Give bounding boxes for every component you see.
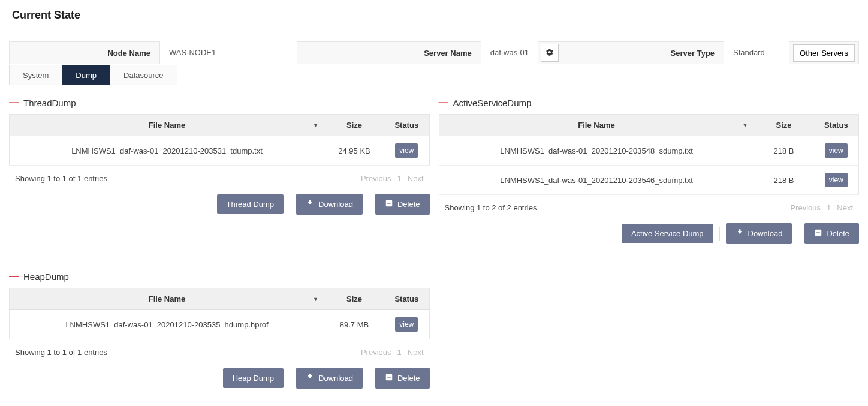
active-service-dump-table: File Name▼ Size Status LNMHSWS1_daf-was-… <box>439 114 860 195</box>
pager: Previous 1 Next <box>361 174 424 183</box>
sort-caret-icon: ▼ <box>313 122 318 128</box>
next-button[interactable]: Next <box>837 203 853 212</box>
view-button[interactable]: view <box>825 173 848 187</box>
pager: Previous 1 Next <box>790 203 853 212</box>
delete-button[interactable]: Delete <box>375 194 430 215</box>
download-icon <box>736 228 744 239</box>
tab-dump[interactable]: Dump <box>62 65 110 85</box>
page-1[interactable]: 1 <box>827 203 831 212</box>
col-size[interactable]: Size <box>754 115 814 136</box>
download-button[interactable]: Download <box>296 194 363 215</box>
gear-icon <box>545 48 554 58</box>
download-button[interactable]: Download <box>296 368 363 389</box>
collapse-icon[interactable]: — <box>9 97 19 108</box>
col-file-name[interactable]: File Name▼ <box>10 115 325 136</box>
server-name-value: daf-was-01 <box>481 41 538 64</box>
separator <box>719 227 720 241</box>
col-size[interactable]: Size <box>324 115 384 136</box>
minus-square-icon <box>385 199 393 209</box>
col-status[interactable]: Status <box>384 288 429 310</box>
page-1[interactable]: 1 <box>397 348 402 357</box>
collapse-icon[interactable]: — <box>9 271 19 282</box>
size-cell: 89.7 MB <box>324 310 384 339</box>
svg-rect-5 <box>387 377 391 377</box>
previous-button[interactable]: Previous <box>361 174 391 183</box>
file-name-cell: LNMHSWS1_daf-was-01_20201210-203535_hdum… <box>10 310 325 339</box>
sort-caret-icon: ▼ <box>313 296 318 302</box>
other-servers-button[interactable]: Other Servers <box>793 44 855 62</box>
showing-text: Showing 1 to 1 of 1 entries <box>15 174 107 183</box>
heap-dump-table: File Name▼ Size Status LNMHSWS1_daf-was-… <box>9 288 430 339</box>
showing-text: Showing 1 to 2 of 2 entries <box>445 203 537 212</box>
tab-system[interactable]: System <box>9 65 62 85</box>
download-icon <box>306 199 314 209</box>
next-button[interactable]: Next <box>408 174 424 183</box>
thread-dump-title: ThreadDump <box>23 98 76 108</box>
file-name-cell: LNMHSWS1_daf-was-01_20201210-203531_tdum… <box>10 136 325 166</box>
thread-dump-panel: — ThreadDump File Name▼ Size Status LNMH… <box>9 97 430 244</box>
separator <box>369 371 369 386</box>
file-name-cell: LNMHSWS1_daf-was-01_20201210-203548_sdum… <box>439 136 754 166</box>
server-name-label: Server Name <box>297 49 481 58</box>
previous-button[interactable]: Previous <box>790 203 821 212</box>
thread-dump-button[interactable]: Thread Dump <box>217 194 284 214</box>
download-button[interactable]: Download <box>726 223 792 244</box>
delete-button[interactable]: Delete <box>375 368 430 389</box>
separator <box>290 371 290 386</box>
server-settings-button[interactable] <box>541 44 559 62</box>
tabs: System Dump Datasource <box>9 64 859 85</box>
heap-dump-title: HeapDump <box>23 272 69 282</box>
size-cell: 218 B <box>754 136 814 166</box>
active-service-dump-title: ActiveServiceDump <box>453 98 532 108</box>
table-row: LNMHSWS1_daf-was-01_20201210-203531_tdum… <box>10 136 430 166</box>
node-name-label: Node Name <box>10 49 159 58</box>
col-size[interactable]: Size <box>324 288 384 310</box>
table-row: LNMHSWS1_daf-was-01_20201210-203546_sdum… <box>439 166 859 195</box>
heap-dump-button[interactable]: Heap Dump <box>223 368 284 388</box>
size-cell: 218 B <box>754 166 814 195</box>
view-button[interactable]: view <box>825 143 848 158</box>
separator <box>290 197 290 212</box>
svg-rect-1 <box>387 203 391 203</box>
file-name-cell: LNMHSWS1_daf-was-01_20201210-203546_sdum… <box>439 166 754 195</box>
view-button[interactable]: view <box>395 317 418 332</box>
page-title: Current State <box>0 0 868 29</box>
table-row: LNMHSWS1_daf-was-01_20201210-203548_sdum… <box>439 136 859 166</box>
server-type-label: Server Type <box>559 49 724 58</box>
col-file-name[interactable]: File Name▼ <box>10 288 325 310</box>
col-status[interactable]: Status <box>814 115 859 136</box>
active-service-dump-button[interactable]: Active Service Dump <box>622 224 713 243</box>
heap-dump-panel: — HeapDump File Name▼ Size Status LNMHSW… <box>9 271 430 389</box>
thread-dump-table: File Name▼ Size Status LNMHSWS1_daf-was-… <box>9 114 430 166</box>
next-button[interactable]: Next <box>408 348 424 357</box>
svg-rect-3 <box>817 232 821 233</box>
size-cell: 24.95 KB <box>324 136 384 166</box>
delete-button[interactable]: Delete <box>804 223 859 244</box>
node-name-value: WAS-NODE1 <box>159 41 297 64</box>
sort-caret-icon: ▼ <box>743 122 748 128</box>
table-row: LNMHSWS1_daf-was-01_20201210-203535_hdum… <box>10 310 430 339</box>
download-icon <box>306 373 314 383</box>
separator <box>369 197 369 212</box>
server-type-value: Standard <box>724 41 789 64</box>
tab-datasource[interactable]: Datasource <box>110 65 177 85</box>
info-bar: Node Name WAS-NODE1 Server Name daf-was-… <box>9 41 859 64</box>
active-service-dump-panel: — ActiveServiceDump File Name▼ Size Stat… <box>439 97 860 244</box>
view-button[interactable]: view <box>395 143 418 158</box>
col-status[interactable]: Status <box>384 115 429 136</box>
pager: Previous 1 Next <box>361 348 424 357</box>
col-file-name[interactable]: File Name▼ <box>439 115 754 136</box>
minus-square-icon <box>814 228 822 239</box>
minus-square-icon <box>385 373 393 383</box>
separator <box>798 227 798 241</box>
collapse-icon[interactable]: — <box>439 97 448 108</box>
page-1[interactable]: 1 <box>397 174 402 183</box>
previous-button[interactable]: Previous <box>361 348 391 357</box>
showing-text: Showing 1 to 1 of 1 entries <box>15 348 107 357</box>
